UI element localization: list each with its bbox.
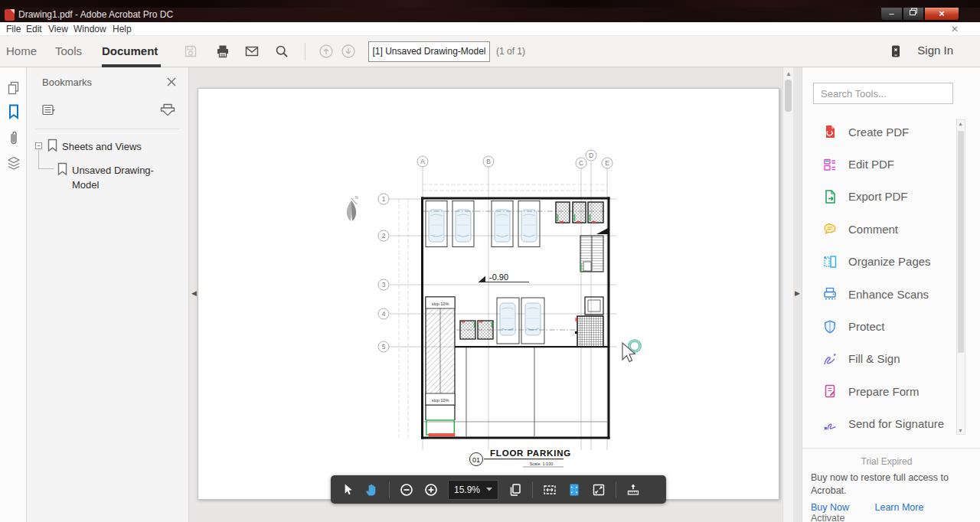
- tool-enhance-scans[interactable]: Enhance Scans: [802, 278, 956, 310]
- bookmark-child-item[interactable]: Unsaved Drawing-Model: [72, 163, 158, 192]
- acrobat-window: Drawing1.pdf - Adobe Acrobat Pro DC – × …: [0, 0, 980, 522]
- grid-col-d: D: [589, 152, 593, 159]
- tool-prepare-form[interactable]: Prepare Form: [802, 375, 956, 407]
- tool-send-for-signature[interactable]: Send for Signature: [802, 408, 956, 440]
- grid-col-c: C: [579, 159, 583, 167]
- window-title: Drawing1.pdf - Adobe Acrobat Pro DC: [18, 8, 173, 22]
- tool-edit-pdf[interactable]: Edit PDF: [802, 148, 956, 180]
- scroll-down-icon[interactable]: ▼: [958, 428, 963, 433]
- page-selector[interactable]: [1] Unsaved Drawing-Model: [368, 41, 490, 62]
- ramp-slope-label-bottom: slop 10%: [432, 398, 449, 403]
- menu-window[interactable]: Window: [74, 24, 106, 34]
- expand-pane-arrow[interactable]: ▶: [795, 289, 800, 297]
- menu-edit[interactable]: Edit: [26, 24, 42, 34]
- search-icon[interactable]: [274, 44, 289, 59]
- zoom-in-icon[interactable]: [423, 482, 439, 498]
- level-annotation: -0.90: [489, 272, 508, 282]
- new-bookmark-icon[interactable]: [158, 101, 177, 119]
- main-area: Bookmarks − Sheets and Views: [0, 67, 980, 522]
- trial-expired-title: Trial Expired: [802, 456, 971, 467]
- sign-in-button[interactable]: Sign In: [917, 44, 953, 57]
- panel-scrollbar[interactable]: ▲ ▼: [956, 119, 965, 435]
- detail-number: 01: [472, 456, 480, 464]
- print-icon[interactable]: [215, 44, 230, 59]
- document-area: ◀ ▶: [189, 67, 802, 522]
- pdf-page: A B C D E 1 2 3 4 5: [198, 88, 779, 500]
- save-icon[interactable]: [183, 44, 198, 59]
- main-toolbar: Home Tools Document: [0, 36, 980, 67]
- select-tool-icon[interactable]: [341, 482, 355, 497]
- tool-create-pdf[interactable]: Create PDF: [802, 116, 956, 148]
- protect-icon: [822, 319, 838, 334]
- tab-home[interactable]: Home: [6, 44, 37, 57]
- previous-page-icon[interactable]: [318, 44, 334, 59]
- tool-fill-sign[interactable]: Fill & Sign: [802, 343, 956, 375]
- background-strip: [0, 0, 980, 8]
- tree-connector: [38, 150, 54, 169]
- email-icon[interactable]: [244, 44, 260, 59]
- close-panel-icon[interactable]: [166, 77, 177, 87]
- ramp-slope-label-top: slop 10%: [432, 302, 449, 306]
- next-page-icon[interactable]: [341, 44, 356, 59]
- acrobat-app-icon: [5, 9, 15, 21]
- zoom-out-icon[interactable]: [399, 482, 414, 498]
- hand-tool-icon[interactable]: [364, 482, 380, 498]
- layers-icon[interactable]: [6, 155, 21, 172]
- activate-link[interactable]: Activate: [811, 513, 844, 522]
- menu-bar: File Edit View Window Help ✕: [0, 22, 980, 36]
- scrollbar-thumb[interactable]: [958, 131, 964, 353]
- zoom-level-dropdown[interactable]: 15.9%: [448, 480, 498, 500]
- search-tools-input[interactable]: [813, 83, 953, 104]
- tools-list: Create PDF Edit PDF: [802, 116, 956, 440]
- page-thumbnails-icon[interactable]: [6, 80, 21, 96]
- grid-row-2: 2: [382, 232, 386, 240]
- scroll-up-icon[interactable]: ▲: [786, 70, 792, 77]
- bookmark-root-item[interactable]: Sheets and Views: [62, 141, 142, 152]
- chevron-down-icon: [486, 488, 492, 491]
- scroll-up-icon[interactable]: ▲: [958, 121, 963, 126]
- trial-links: Buy Now Learn More Activate: [811, 502, 973, 522]
- panel-divider: [36, 129, 180, 129]
- tab-document[interactable]: Document: [102, 44, 158, 57]
- collapse-pane-arrow[interactable]: ◀: [191, 289, 197, 297]
- tab-tools[interactable]: Tools: [55, 44, 82, 57]
- close-button[interactable]: ×: [924, 8, 959, 21]
- viewer-toolbar: 15.9%: [331, 475, 666, 504]
- tools-panel: Create PDF Edit PDF: [802, 67, 980, 522]
- fit-width-icon[interactable]: [542, 482, 557, 498]
- bookmarks-panel-title: Bookmarks: [42, 77, 92, 88]
- minimize-button[interactable]: –: [880, 8, 903, 21]
- tool-comment[interactable]: Comment: [802, 213, 956, 245]
- bookmarks-panel: Bookmarks − Sheets and Views: [27, 67, 189, 522]
- export-pdf-icon: [822, 189, 838, 204]
- close-document-icon[interactable]: ✕: [951, 24, 959, 34]
- learn-more-link[interactable]: Learn More: [875, 502, 924, 513]
- fit-page-icon[interactable]: [567, 482, 582, 498]
- fullscreen-icon[interactable]: [591, 482, 606, 498]
- page-count: (1 of 1): [496, 46, 525, 57]
- menu-view[interactable]: View: [48, 24, 68, 34]
- tool-protect[interactable]: Protect: [802, 310, 956, 342]
- vertical-scrollbar[interactable]: ▲: [782, 67, 793, 522]
- grid-row-5: 5: [382, 343, 386, 351]
- measure-tool-icon[interactable]: [626, 482, 641, 498]
- menu-file[interactable]: File: [6, 24, 21, 34]
- bookmark-options-icon[interactable]: [42, 104, 57, 117]
- send-signature-icon: [822, 416, 838, 432]
- drawing-title: FLOOR PARKING: [490, 449, 571, 458]
- buy-now-link[interactable]: Buy Now: [811, 502, 849, 513]
- scrollbar-thumb[interactable]: [785, 80, 792, 112]
- enhance-scans-icon: [822, 286, 838, 302]
- comment-icon: [822, 221, 838, 237]
- menu-help[interactable]: Help: [113, 24, 132, 34]
- restore-button[interactable]: [903, 8, 924, 21]
- toolbar-divider: [389, 481, 390, 498]
- tool-organize-pages[interactable]: Organize Pages: [802, 246, 956, 278]
- tool-export-pdf[interactable]: Export PDF: [802, 181, 956, 213]
- grid-col-e: E: [605, 159, 609, 167]
- bookmarks-icon[interactable]: [6, 103, 21, 120]
- collapse-expander[interactable]: −: [35, 142, 42, 149]
- mobile-icon: [888, 44, 903, 59]
- page-thumbnails-toggle-icon[interactable]: [508, 482, 523, 498]
- attachments-icon[interactable]: [6, 130, 21, 147]
